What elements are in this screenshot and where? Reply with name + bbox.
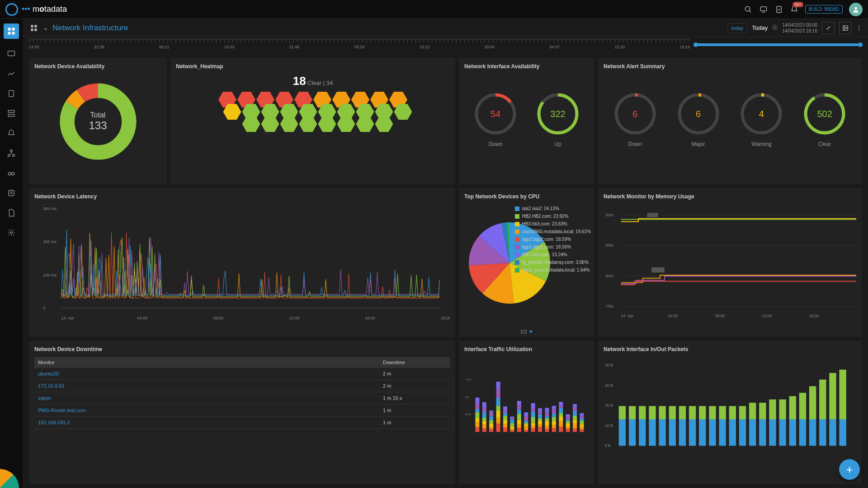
svg-rect-140 [538, 418, 542, 421]
svg-rect-120 [517, 410, 521, 414]
svg-rect-170 [566, 417, 570, 420]
panel-heatmap: Network_Heatmap 18 Clear | 34 [170, 58, 455, 184]
binoculars-icon[interactable] [6, 168, 16, 178]
svg-rect-112 [510, 423, 514, 426]
more-icon[interactable]: ⋮ [856, 25, 862, 31]
svg-rect-114 [510, 418, 514, 419]
svg-rect-201 [669, 419, 676, 446]
page-header: ⌄ Network Infrastructure today Today ⓧ 1… [23, 19, 868, 37]
svg-rect-208 [699, 406, 706, 419]
svg-rect-135 [531, 408, 535, 412]
svg-rect-88 [489, 429, 493, 432]
svg-rect-129 [524, 412, 528, 416]
notif-badge: 99+ [793, 2, 803, 7]
svg-rect-25 [31, 28, 33, 31]
svg-rect-175 [573, 416, 577, 420]
expand-icon[interactable]: ⤢ [822, 22, 835, 34]
svg-rect-118 [517, 419, 521, 424]
svg-point-18 [12, 173, 14, 175]
svg-rect-172 [573, 428, 577, 432]
network-icon[interactable] [6, 148, 16, 158]
table-row[interactable]: ubuntu202 m [34, 368, 450, 380]
svg-rect-107 [503, 410, 507, 413]
clear-icon[interactable]: ⓧ [772, 24, 778, 32]
svg-rect-181 [580, 424, 584, 427]
svg-text:14. Apr: 14. Apr [621, 314, 634, 318]
dashboard-icon[interactable] [4, 23, 19, 39]
svg-rect-110 [510, 429, 514, 431]
traffic-chart: 1.5%1%0.5% [464, 357, 589, 452]
svg-rect-213 [729, 419, 736, 446]
timeline-slider[interactable] [694, 43, 862, 46]
svg-line-1 [749, 10, 751, 12]
svg-rect-153 [552, 421, 556, 425]
svg-rect-168 [566, 421, 570, 423]
avatar[interactable] [849, 3, 863, 16]
svg-rect-161 [559, 413, 563, 417]
svg-rect-131 [531, 426, 535, 428]
svg-rect-85 [482, 412, 486, 418]
svg-rect-193 [629, 419, 636, 446]
table-row[interactable]: 192.168.241.21 m [34, 417, 450, 429]
svg-text:200 ms: 200 ms [43, 239, 57, 244]
svg-rect-106 [503, 413, 507, 416]
svg-rect-198 [649, 406, 656, 419]
svg-rect-24 [34, 25, 37, 27]
svg-rect-127 [524, 421, 528, 422]
availability-donut: Total133 [57, 81, 139, 162]
svg-text:1%: 1% [465, 396, 469, 399]
svg-rect-92 [489, 417, 493, 420]
svg-rect-152 [552, 425, 556, 428]
bell-icon[interactable]: 99+ [790, 5, 799, 14]
table-row[interactable]: sqlvm1 m 15 s [34, 392, 450, 404]
panel-traffic: Interface Traffic Utilization 1.5%1%0.5% [459, 341, 594, 484]
display-icon[interactable] [6, 49, 16, 59]
svg-rect-151 [552, 428, 556, 432]
file-icon[interactable] [6, 208, 16, 218]
server-icon[interactable] [6, 108, 16, 118]
svg-rect-96 [496, 418, 500, 424]
grid-icon[interactable] [29, 23, 39, 33]
svg-rect-78 [475, 409, 479, 412]
svg-rect-236 [839, 370, 846, 419]
clipboard-icon[interactable] [774, 5, 783, 14]
alert-icon[interactable] [6, 128, 16, 138]
panel-latency: Network Device Latency 300 ms200 ms100 m… [29, 188, 455, 337]
add-button[interactable]: + [839, 459, 860, 480]
svg-rect-6 [8, 28, 11, 31]
timeline[interactable]: 14:5522:3806:2114:0321:4605:2913:1220:54… [23, 37, 868, 54]
monitor-icon[interactable] [759, 5, 768, 14]
latency-chart: 300 ms200 ms100 ms014. Apr04:0008:0012:0… [34, 204, 450, 322]
svg-rect-176 [573, 411, 577, 416]
table-row[interactable]: PMG-Router.test.com1 m [34, 404, 450, 417]
svg-rect-207 [699, 419, 706, 446]
svg-rect-97 [496, 411, 500, 418]
search-icon[interactable] [744, 5, 753, 14]
svg-rect-185 [580, 413, 584, 416]
gear-icon[interactable] [6, 228, 16, 238]
list-icon[interactable] [6, 188, 16, 198]
svg-rect-158 [559, 427, 563, 432]
svg-rect-173 [573, 424, 577, 428]
today-chip[interactable]: today [727, 23, 748, 33]
svg-text:5 B: 5 B [605, 443, 611, 448]
svg-rect-82 [482, 424, 486, 428]
svg-text:25 B: 25 B [605, 363, 613, 367]
document-icon[interactable] [6, 89, 16, 99]
svg-rect-83 [482, 421, 486, 425]
svg-rect-216 [739, 406, 746, 419]
svg-rect-166 [566, 427, 570, 429]
svg-rect-174 [573, 420, 577, 424]
svg-rect-130 [531, 428, 535, 432]
svg-rect-77 [475, 412, 479, 418]
image-icon[interactable] [839, 22, 852, 34]
svg-rect-227 [799, 419, 806, 446]
chart-icon[interactable] [6, 69, 16, 79]
svg-rect-84 [482, 418, 486, 421]
chevron-down-icon[interactable]: ⌄ [43, 25, 48, 31]
panel-packets: Network Interface In/Out Packets 25 B20 … [598, 341, 862, 484]
svg-rect-111 [510, 426, 514, 428]
svg-rect-9 [12, 32, 15, 35]
table-row[interactable]: 172.16.9.932 m [34, 380, 450, 392]
svg-rect-103 [503, 424, 507, 428]
